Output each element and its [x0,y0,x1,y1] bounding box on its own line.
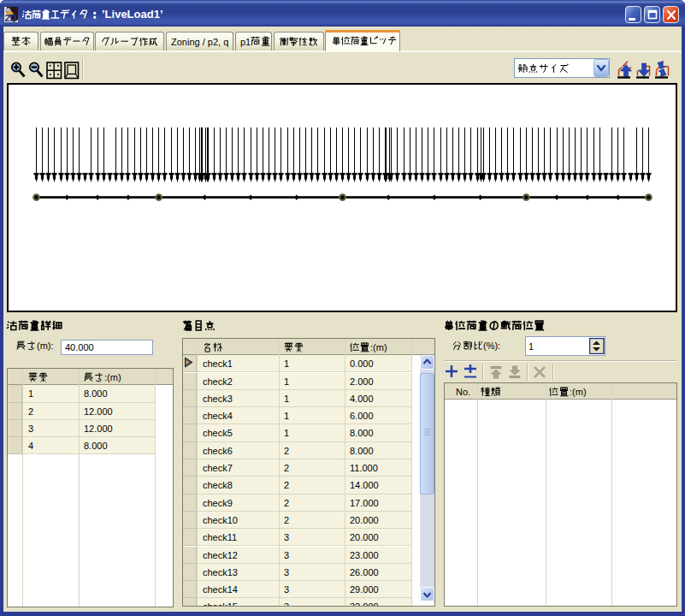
svg-text::(m): :(m) [104,372,121,382]
svg-text:2D: 2D [5,13,17,23]
svg-text::(m): :(m) [570,387,587,397]
svg-text:(m):: (m): [37,341,54,351]
svg-text::(m): :(m) [370,342,387,352]
svg-text:(%):: (%): [483,341,500,351]
